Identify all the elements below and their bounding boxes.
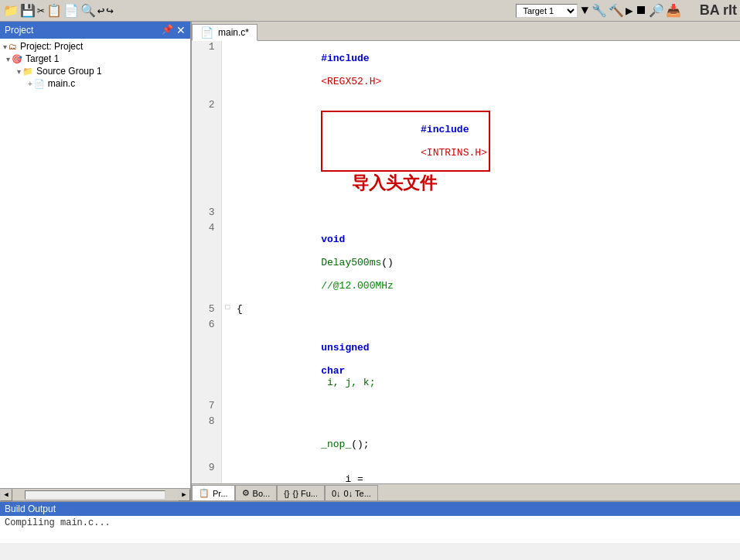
target-icon: 🎯: [12, 54, 22, 64]
fold-icon: [221, 400, 234, 415]
project-label: Project: Project: [20, 41, 83, 52]
fold-icon: [221, 222, 234, 303]
table-row: 6 unsigned char i, j, k;: [192, 319, 740, 400]
tab-functions-icon: {}: [284, 489, 289, 498]
table-row: 5 □ {: [192, 303, 740, 319]
header-file: <REGX52.H>: [321, 76, 381, 87]
sidebar-tree: ▾ 🗂 Project: Project ▾ 🎯 Target 1 ▾ 📁 So…: [0, 39, 190, 488]
line-number: 8: [192, 415, 221, 462]
tab-main-c[interactable]: 📄 main.c*: [192, 24, 257, 41]
build-output: Build Output Compiling main.c...: [0, 500, 740, 543]
mainc-label: main.c: [48, 78, 75, 89]
code-line[interactable]: _nop_();: [234, 415, 740, 462]
tab-templates-label: 0↓ Te...: [344, 489, 371, 498]
kw-char: char: [321, 365, 345, 377]
line-number: 7: [192, 400, 221, 415]
pin-icon[interactable]: 📌: [162, 24, 173, 36]
sidebar-item-project[interactable]: ▾ 🗂 Project: Project: [0, 40, 190, 53]
scroll-track: [25, 490, 165, 500]
tab-functions[interactable]: {} {} Fu...: [277, 485, 325, 500]
table-row: 3: [192, 207, 740, 222]
fold-icon: [221, 207, 234, 222]
fold-icon: [221, 41, 234, 99]
keyword-include2: #include: [421, 124, 469, 135]
fn-delay: Delay500ms: [321, 257, 381, 268]
expand-icon-target: ▾: [6, 55, 10, 63]
space2: [421, 135, 427, 147]
sidebar-item-target[interactable]: ▾ 🎯 Target 1: [0, 53, 190, 65]
tab-templates[interactable]: 0↓ 0↓ Te...: [325, 485, 378, 500]
scroll-left-btn[interactable]: ◀: [0, 489, 12, 501]
sidebar-item-source-group[interactable]: ▾ 📁 Source Group 1: [0, 65, 190, 77]
code-line[interactable]: void Delay500ms() //@12.000MHz: [234, 222, 740, 303]
code-line[interactable]: [234, 400, 740, 415]
fold-icon: [221, 415, 234, 462]
annotation-text: 导入头文件: [352, 173, 437, 193]
toolbar-icons: 📁 💾 ✂ 📋 📄 🔍 ↩ ↪: [3, 3, 114, 19]
bottom-tabs: 📋 Pr... ⚙ Bo... {} {} Fu... 0↓ 0↓ Te...: [192, 483, 740, 500]
source-group-label: Source Group 1: [36, 66, 102, 77]
tab-books[interactable]: ⚙ Bo...: [235, 485, 278, 500]
sidebar-header: Project 📌 ✕: [0, 22, 190, 39]
line-number: 3: [192, 207, 221, 222]
include-highlight-box: #include <INTRINS.H>: [321, 111, 490, 172]
ba-rit-label: BA rIt: [700, 2, 737, 19]
table-row: 1 #include <REGX52.H>: [192, 41, 740, 99]
tab-functions-label: {} Fu...: [293, 489, 318, 498]
table-row: 9 i = 4 ;: [192, 462, 740, 483]
fold-icon: [221, 319, 234, 400]
tab-project-label: Pr...: [213, 489, 228, 498]
code-container[interactable]: 1 #include <REGX52.H> 2: [192, 41, 740, 483]
code-line[interactable]: #include <INTRINS.H> 导入头文件: [234, 99, 740, 207]
sidebar-item-main-c[interactable]: + 📄 main.c: [0, 77, 190, 90]
expand-icon-sourcegroup: ▾: [17, 67, 21, 76]
project-icon: 🗂: [9, 42, 17, 51]
code-line[interactable]: #include <REGX52.H>: [234, 41, 740, 99]
tab-label: main.c*: [218, 27, 249, 38]
sidebar-scrollbar[interactable]: ◀ ▶: [0, 488, 190, 500]
line-number: 1: [192, 41, 221, 99]
tab-project[interactable]: 📋 Pr...: [192, 485, 235, 500]
fold-icon[interactable]: □: [221, 303, 234, 319]
scroll-right-btn[interactable]: ▶: [178, 489, 190, 501]
build-output-content: Compiling main.c...: [0, 516, 740, 543]
toolbar: 📁 💾 ✂ 📋 📄 🔍 ↩ ↪ Target 1 ▼ 🔧 🔨 ▶ ⏹ 🔎 📥 B…: [0, 0, 740, 22]
code-line[interactable]: [234, 207, 740, 222]
table-row: 2 #include <INTRINS.H> 导入头文件: [192, 99, 740, 207]
fn-nop: _nop_: [321, 439, 351, 450]
table-row: 4 void Delay500ms() //@12.000MHz: [192, 222, 740, 303]
code-table: 1 #include <REGX52.H> 2: [192, 41, 740, 483]
tab-books-icon: ⚙: [242, 488, 250, 498]
editor-area: 📄 main.c* 1 #include <REGX52.H>: [192, 22, 740, 500]
main-layout: Project 📌 ✕ ▾ 🗂 Project: Project ▾ 🎯 Tar…: [0, 22, 740, 500]
tab-project-icon: 📋: [199, 488, 210, 498]
target-label: Target 1: [26, 53, 59, 64]
tab-file-icon: 📄: [200, 26, 213, 39]
kw-void: void: [321, 234, 345, 245]
tab-books-label: Bo...: [253, 489, 271, 498]
code-line[interactable]: unsigned char i, j, k;: [234, 319, 740, 400]
kw-unsigned: unsigned: [321, 342, 369, 353]
sidebar: Project 📌 ✕ ▾ 🗂 Project: Project ▾ 🎯 Tar…: [0, 22, 192, 500]
line-number: 2: [192, 99, 221, 207]
comment: //@12.000MHz: [321, 280, 394, 292]
close-icon[interactable]: ✕: [176, 24, 186, 36]
build-output-header: Build Output: [0, 502, 740, 516]
code-line[interactable]: i = 4 ;: [234, 462, 740, 483]
code-line[interactable]: {: [234, 303, 740, 319]
tab-bar: 📄 main.c*: [192, 22, 740, 41]
line-number: 4: [192, 222, 221, 303]
keyword-include: #include: [321, 53, 369, 64]
fold-icon: [221, 99, 234, 207]
sidebar-header-icons: 📌 ✕: [162, 24, 186, 36]
line-number: 9: [192, 462, 221, 483]
target-dropdown[interactable]: Target 1: [516, 4, 578, 18]
expand-icon: ▾: [3, 43, 7, 51]
file-icon: 📄: [34, 79, 45, 89]
line-number: 6: [192, 319, 221, 400]
fold-icon: [221, 462, 234, 483]
space: [321, 64, 327, 76]
line-number: 5: [192, 303, 221, 319]
tab-templates-icon: 0↓: [332, 489, 341, 498]
sidebar-title: Project: [5, 25, 33, 36]
